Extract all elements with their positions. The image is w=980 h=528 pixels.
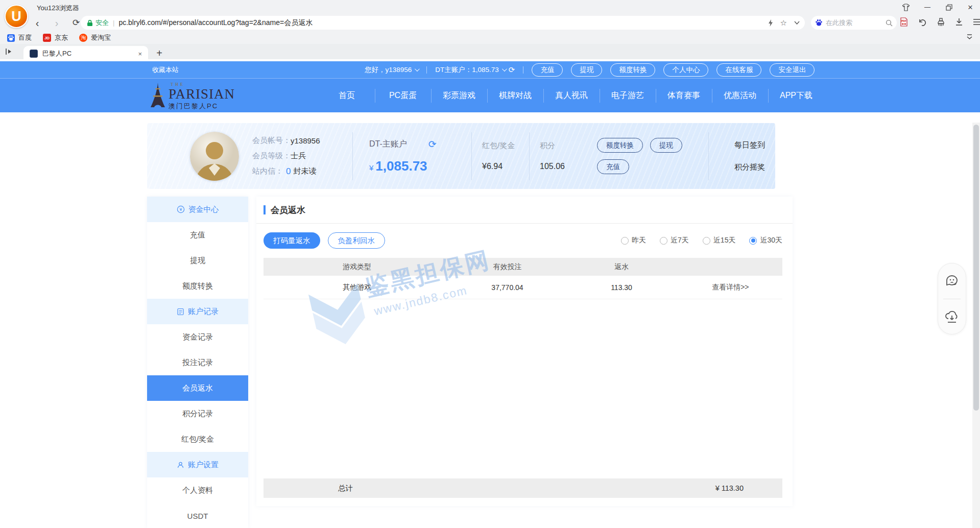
topbar-logout-button[interactable]: 安全退出 bbox=[770, 63, 815, 77]
baidu-icon bbox=[815, 19, 823, 27]
sidebar-item-account-settings[interactable]: 账户设置 bbox=[147, 452, 248, 477]
table-row: 其他游戏 37,770.04 113.30 查看详情>> bbox=[264, 276, 782, 299]
radio-icon bbox=[621, 237, 629, 245]
withdraw-button[interactable]: 提现 bbox=[650, 138, 682, 153]
nav-item-sports[interactable]: 体育赛事 bbox=[656, 79, 712, 113]
profile-panel: 会员帐号：y138956 会员等级：士兵 站内信：0封未读 DT-主账户⟳ ¥1… bbox=[147, 123, 775, 189]
undo-icon[interactable] bbox=[918, 18, 927, 28]
tab-list-toggle-icon[interactable] bbox=[5, 48, 13, 57]
scrollbar-thumb[interactable] bbox=[973, 125, 979, 411]
filter-yesterday[interactable]: 昨天 bbox=[621, 236, 646, 245]
nav-item-app-download[interactable]: APP下载 bbox=[768, 79, 824, 113]
nav-item-lottery[interactable]: 彩票游戏 bbox=[431, 79, 487, 113]
reload-button[interactable]: ⟳ bbox=[70, 16, 82, 30]
close-window-button[interactable]: ✕ bbox=[966, 3, 975, 12]
download-icon[interactable] bbox=[955, 18, 963, 28]
browser-tab[interactable]: 巴黎人PC × bbox=[23, 46, 148, 61]
page-scrollbar[interactable] bbox=[972, 123, 980, 528]
address-bar[interactable]: 安全 | pc.blryl6.com/#/personal/accountLog… bbox=[81, 16, 805, 30]
toolbar-collapse-icon[interactable] bbox=[966, 33, 973, 42]
daily-signin-link[interactable]: 每日签到 bbox=[734, 140, 765, 150]
floating-widget bbox=[938, 263, 966, 334]
search-box[interactable] bbox=[811, 16, 897, 30]
transfer-button[interactable]: 额度转换 bbox=[597, 138, 643, 153]
chevron-down-icon[interactable] bbox=[794, 21, 800, 25]
svg-text:¥: ¥ bbox=[179, 207, 182, 212]
tab-loss-rebate[interactable]: 负盈利回水 bbox=[328, 232, 386, 249]
quick-action-icon[interactable] bbox=[768, 19, 773, 27]
sidebar-item-personal-info[interactable]: 个人资料 bbox=[147, 477, 248, 503]
nav-item-slots[interactable]: 电子游艺 bbox=[600, 79, 656, 113]
points-lottery-link[interactable]: 积分摇奖 bbox=[734, 162, 765, 172]
customer-service-icon[interactable] bbox=[938, 263, 966, 299]
bookmark-baidu[interactable]: 百度 bbox=[7, 33, 32, 42]
sidebar-item-points-log[interactable]: 积分记录 bbox=[147, 401, 248, 426]
nav-item-pcdandan[interactable]: PC蛋蛋 bbox=[375, 79, 431, 113]
avatar[interactable] bbox=[190, 132, 239, 181]
topbar-withdraw-button[interactable]: 提现 bbox=[571, 63, 602, 77]
title-bar: You123浏览器 — ✕ bbox=[0, 0, 980, 14]
topbar-transfer-button[interactable]: 额度转换 bbox=[610, 63, 655, 77]
bookmark-taobao[interactable]: 淘 爱淘宝 bbox=[79, 33, 111, 42]
wallet-balance: ¥1,085.73 bbox=[369, 158, 471, 174]
forward-button[interactable]: › bbox=[51, 16, 62, 30]
new-tab-button[interactable]: + bbox=[153, 47, 165, 59]
back-button[interactable]: ‹ bbox=[32, 16, 43, 30]
sidebar-item-deposit[interactable]: 充值 bbox=[147, 222, 248, 248]
filter-30days[interactable]: 近30天 bbox=[749, 236, 782, 245]
deposit-button[interactable]: 充值 bbox=[597, 159, 629, 174]
nav-item-home[interactable]: 首页 bbox=[319, 79, 375, 113]
topbar-profile-button[interactable]: 个人中心 bbox=[663, 63, 708, 77]
main-account-balance[interactable]: DT主账户：1,085.73⟳ bbox=[435, 65, 515, 75]
minimize-button[interactable]: — bbox=[923, 3, 932, 12]
view-detail-link[interactable]: 查看详情>> bbox=[679, 283, 782, 292]
search-input[interactable] bbox=[826, 19, 886, 27]
tab-volume-rebate[interactable]: 打码量返水 bbox=[264, 232, 320, 249]
filter-15days[interactable]: 近15天 bbox=[703, 236, 736, 245]
cleaner-brush-icon[interactable] bbox=[937, 18, 945, 29]
main-wallet-block: DT-主账户⟳ ¥1,085.73 bbox=[353, 138, 471, 174]
pdf-tool-icon[interactable]: PDF bbox=[900, 17, 908, 29]
nav-item-livecasino[interactable]: 真人视讯 bbox=[543, 79, 600, 113]
sidebar-item-account-records[interactable]: 账户记录 bbox=[147, 299, 248, 324]
filter-7days[interactable]: 近7天 bbox=[660, 236, 689, 245]
nav-item-boardgames[interactable]: 棋牌对战 bbox=[487, 79, 543, 113]
sidebar: ¥ 资金中心 充值 提现 额度转换 账户记录 资金记录 投注记录 会员返水 积分… bbox=[147, 197, 248, 528]
total-label: 总计 bbox=[338, 484, 353, 493]
sidebar-item-fund-log[interactable]: 资金记录 bbox=[147, 324, 248, 350]
site-logo[interactable]: THE PARISIAN 澳门巴黎人PC bbox=[149, 82, 235, 109]
member-account-row: 会员帐号：y138956 bbox=[252, 136, 352, 146]
site-nav: THE PARISIAN 澳门巴黎人PC 首页 PC蛋蛋 彩票游戏 棋牌对战 真… bbox=[0, 78, 980, 112]
window-title: You123浏览器 bbox=[37, 4, 79, 13]
refresh-balance-icon[interactable]: ⟳ bbox=[509, 66, 515, 74]
browser-chrome: U You123浏览器 — ✕ ‹ › ⟳ ⌂ bbox=[0, 0, 980, 61]
restore-button[interactable] bbox=[944, 3, 953, 12]
user-greeting[interactable]: 您好，y138956 bbox=[365, 65, 418, 75]
menu-icon[interactable] bbox=[973, 18, 980, 28]
refresh-wallet-icon[interactable]: ⟳ bbox=[428, 138, 437, 150]
sidebar-item-bet-log[interactable]: 投注记录 bbox=[147, 350, 248, 375]
theme-skin-icon[interactable] bbox=[901, 3, 911, 12]
url-text[interactable]: pc.blryl6.com/#/personal/accountLog?tag=… bbox=[118, 18, 763, 28]
radio-icon bbox=[703, 237, 710, 245]
tab-close-icon[interactable]: × bbox=[138, 50, 142, 58]
sidebar-item-funds-center[interactable]: ¥ 资金中心 bbox=[147, 197, 248, 222]
nav-item-promotions[interactable]: 优惠活动 bbox=[712, 79, 768, 113]
sidebar-item-bonus[interactable]: 红包/奖金 bbox=[147, 426, 248, 452]
col-rebate: 返水 bbox=[564, 262, 679, 272]
sidebar-item-transfer[interactable]: 额度转换 bbox=[147, 273, 248, 299]
sidebar-item-usdt[interactable]: USDT bbox=[147, 503, 248, 528]
topbar-service-button[interactable]: 在线客服 bbox=[716, 63, 761, 77]
favorite-site-link[interactable]: 收藏本站 bbox=[152, 65, 179, 75]
rebate-table: 游戏类型 有效投注 返水 其他游戏 37,770.04 113.30 查看详情>… bbox=[264, 258, 782, 299]
topbar-deposit-button[interactable]: 充值 bbox=[532, 63, 563, 77]
sidebar-item-withdraw[interactable]: 提现 bbox=[147, 248, 248, 273]
bookmark-star-icon[interactable]: ☆ bbox=[780, 18, 787, 28]
inbox-row[interactable]: 站内信：0封未读 bbox=[252, 166, 352, 177]
search-icon[interactable] bbox=[886, 19, 893, 27]
bonus-block: 红包/奖金 ¥6.94 bbox=[472, 141, 529, 171]
user-settings-icon bbox=[177, 461, 184, 469]
sidebar-item-member-rebate[interactable]: 会员返水 bbox=[147, 375, 248, 401]
cloud-download-icon[interactable] bbox=[938, 299, 966, 334]
bookmark-jd[interactable]: JD 京东 bbox=[43, 33, 68, 42]
